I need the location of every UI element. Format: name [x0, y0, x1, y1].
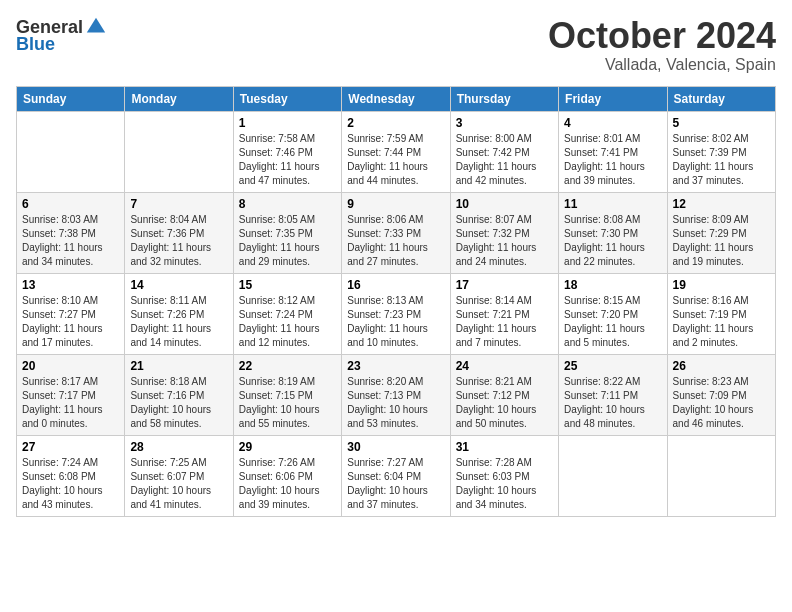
- day-info: Sunrise: 8:22 AM Sunset: 7:11 PM Dayligh…: [564, 375, 661, 431]
- day-number: 8: [239, 197, 336, 211]
- calendar-day-cell: 17Sunrise: 8:14 AM Sunset: 7:21 PM Dayli…: [450, 273, 558, 354]
- calendar-day-cell: [559, 435, 667, 516]
- column-header-friday: Friday: [559, 86, 667, 111]
- day-number: 25: [564, 359, 661, 373]
- day-info: Sunrise: 8:15 AM Sunset: 7:20 PM Dayligh…: [564, 294, 661, 350]
- calendar-day-cell: [667, 435, 775, 516]
- calendar-day-cell: 11Sunrise: 8:08 AM Sunset: 7:30 PM Dayli…: [559, 192, 667, 273]
- title-block: October 2024 Vallada, Valencia, Spain: [548, 16, 776, 74]
- calendar-day-cell: 22Sunrise: 8:19 AM Sunset: 7:15 PM Dayli…: [233, 354, 341, 435]
- calendar-day-cell: 14Sunrise: 8:11 AM Sunset: 7:26 PM Dayli…: [125, 273, 233, 354]
- calendar-day-cell: 21Sunrise: 8:18 AM Sunset: 7:16 PM Dayli…: [125, 354, 233, 435]
- calendar-day-cell: 2Sunrise: 7:59 AM Sunset: 7:44 PM Daylig…: [342, 111, 450, 192]
- calendar-day-cell: 30Sunrise: 7:27 AM Sunset: 6:04 PM Dayli…: [342, 435, 450, 516]
- day-number: 14: [130, 278, 227, 292]
- day-number: 15: [239, 278, 336, 292]
- page-header: General Blue October 2024 Vallada, Valen…: [16, 16, 776, 74]
- svg-marker-0: [87, 18, 105, 33]
- calendar-day-cell: 9Sunrise: 8:06 AM Sunset: 7:33 PM Daylig…: [342, 192, 450, 273]
- day-number: 5: [673, 116, 770, 130]
- day-number: 26: [673, 359, 770, 373]
- calendar-day-cell: 25Sunrise: 8:22 AM Sunset: 7:11 PM Dayli…: [559, 354, 667, 435]
- column-header-thursday: Thursday: [450, 86, 558, 111]
- day-info: Sunrise: 8:21 AM Sunset: 7:12 PM Dayligh…: [456, 375, 553, 431]
- calendar-day-cell: 26Sunrise: 8:23 AM Sunset: 7:09 PM Dayli…: [667, 354, 775, 435]
- day-number: 3: [456, 116, 553, 130]
- calendar-day-cell: 8Sunrise: 8:05 AM Sunset: 7:35 PM Daylig…: [233, 192, 341, 273]
- calendar-table: SundayMondayTuesdayWednesdayThursdayFrid…: [16, 86, 776, 517]
- calendar-day-cell: [17, 111, 125, 192]
- calendar-day-cell: 13Sunrise: 8:10 AM Sunset: 7:27 PM Dayli…: [17, 273, 125, 354]
- calendar-day-cell: 4Sunrise: 8:01 AM Sunset: 7:41 PM Daylig…: [559, 111, 667, 192]
- calendar-header-row: SundayMondayTuesdayWednesdayThursdayFrid…: [17, 86, 776, 111]
- day-info: Sunrise: 8:05 AM Sunset: 7:35 PM Dayligh…: [239, 213, 336, 269]
- day-number: 18: [564, 278, 661, 292]
- day-info: Sunrise: 8:23 AM Sunset: 7:09 PM Dayligh…: [673, 375, 770, 431]
- calendar-day-cell: 6Sunrise: 8:03 AM Sunset: 7:38 PM Daylig…: [17, 192, 125, 273]
- column-header-monday: Monday: [125, 86, 233, 111]
- calendar-day-cell: 5Sunrise: 8:02 AM Sunset: 7:39 PM Daylig…: [667, 111, 775, 192]
- day-number: 11: [564, 197, 661, 211]
- day-number: 17: [456, 278, 553, 292]
- calendar-day-cell: 20Sunrise: 8:17 AM Sunset: 7:17 PM Dayli…: [17, 354, 125, 435]
- calendar-day-cell: 18Sunrise: 8:15 AM Sunset: 7:20 PM Dayli…: [559, 273, 667, 354]
- day-info: Sunrise: 8:07 AM Sunset: 7:32 PM Dayligh…: [456, 213, 553, 269]
- day-info: Sunrise: 7:27 AM Sunset: 6:04 PM Dayligh…: [347, 456, 444, 512]
- day-info: Sunrise: 8:08 AM Sunset: 7:30 PM Dayligh…: [564, 213, 661, 269]
- calendar-week-row: 13Sunrise: 8:10 AM Sunset: 7:27 PM Dayli…: [17, 273, 776, 354]
- day-number: 12: [673, 197, 770, 211]
- day-info: Sunrise: 8:16 AM Sunset: 7:19 PM Dayligh…: [673, 294, 770, 350]
- day-number: 30: [347, 440, 444, 454]
- day-info: Sunrise: 8:14 AM Sunset: 7:21 PM Dayligh…: [456, 294, 553, 350]
- calendar-day-cell: 24Sunrise: 8:21 AM Sunset: 7:12 PM Dayli…: [450, 354, 558, 435]
- calendar-day-cell: 7Sunrise: 8:04 AM Sunset: 7:36 PM Daylig…: [125, 192, 233, 273]
- day-number: 21: [130, 359, 227, 373]
- day-number: 27: [22, 440, 119, 454]
- calendar-day-cell: 15Sunrise: 8:12 AM Sunset: 7:24 PM Dayli…: [233, 273, 341, 354]
- logo-icon: [85, 16, 107, 38]
- calendar-day-cell: 19Sunrise: 8:16 AM Sunset: 7:19 PM Dayli…: [667, 273, 775, 354]
- day-info: Sunrise: 8:17 AM Sunset: 7:17 PM Dayligh…: [22, 375, 119, 431]
- column-header-wednesday: Wednesday: [342, 86, 450, 111]
- column-header-tuesday: Tuesday: [233, 86, 341, 111]
- day-info: Sunrise: 8:00 AM Sunset: 7:42 PM Dayligh…: [456, 132, 553, 188]
- day-number: 31: [456, 440, 553, 454]
- day-info: Sunrise: 8:11 AM Sunset: 7:26 PM Dayligh…: [130, 294, 227, 350]
- day-info: Sunrise: 8:20 AM Sunset: 7:13 PM Dayligh…: [347, 375, 444, 431]
- column-header-saturday: Saturday: [667, 86, 775, 111]
- calendar-day-cell: 10Sunrise: 8:07 AM Sunset: 7:32 PM Dayli…: [450, 192, 558, 273]
- day-info: Sunrise: 8:09 AM Sunset: 7:29 PM Dayligh…: [673, 213, 770, 269]
- day-number: 20: [22, 359, 119, 373]
- day-info: Sunrise: 8:19 AM Sunset: 7:15 PM Dayligh…: [239, 375, 336, 431]
- logo: General Blue: [16, 16, 107, 55]
- day-number: 23: [347, 359, 444, 373]
- day-number: 10: [456, 197, 553, 211]
- day-number: 16: [347, 278, 444, 292]
- calendar-week-row: 1Sunrise: 7:58 AM Sunset: 7:46 PM Daylig…: [17, 111, 776, 192]
- column-header-sunday: Sunday: [17, 86, 125, 111]
- month-title: October 2024: [548, 16, 776, 56]
- day-number: 6: [22, 197, 119, 211]
- day-number: 19: [673, 278, 770, 292]
- day-number: 1: [239, 116, 336, 130]
- calendar-day-cell: 12Sunrise: 8:09 AM Sunset: 7:29 PM Dayli…: [667, 192, 775, 273]
- day-number: 13: [22, 278, 119, 292]
- calendar-week-row: 6Sunrise: 8:03 AM Sunset: 7:38 PM Daylig…: [17, 192, 776, 273]
- calendar-day-cell: 23Sunrise: 8:20 AM Sunset: 7:13 PM Dayli…: [342, 354, 450, 435]
- day-number: 9: [347, 197, 444, 211]
- day-number: 4: [564, 116, 661, 130]
- day-number: 24: [456, 359, 553, 373]
- day-info: Sunrise: 8:01 AM Sunset: 7:41 PM Dayligh…: [564, 132, 661, 188]
- day-info: Sunrise: 7:24 AM Sunset: 6:08 PM Dayligh…: [22, 456, 119, 512]
- calendar-week-row: 20Sunrise: 8:17 AM Sunset: 7:17 PM Dayli…: [17, 354, 776, 435]
- day-number: 22: [239, 359, 336, 373]
- day-info: Sunrise: 7:58 AM Sunset: 7:46 PM Dayligh…: [239, 132, 336, 188]
- day-info: Sunrise: 8:04 AM Sunset: 7:36 PM Dayligh…: [130, 213, 227, 269]
- calendar-day-cell: 31Sunrise: 7:28 AM Sunset: 6:03 PM Dayli…: [450, 435, 558, 516]
- day-number: 29: [239, 440, 336, 454]
- day-number: 28: [130, 440, 227, 454]
- day-info: Sunrise: 7:26 AM Sunset: 6:06 PM Dayligh…: [239, 456, 336, 512]
- day-info: Sunrise: 8:02 AM Sunset: 7:39 PM Dayligh…: [673, 132, 770, 188]
- location-title: Vallada, Valencia, Spain: [548, 56, 776, 74]
- calendar-day-cell: 28Sunrise: 7:25 AM Sunset: 6:07 PM Dayli…: [125, 435, 233, 516]
